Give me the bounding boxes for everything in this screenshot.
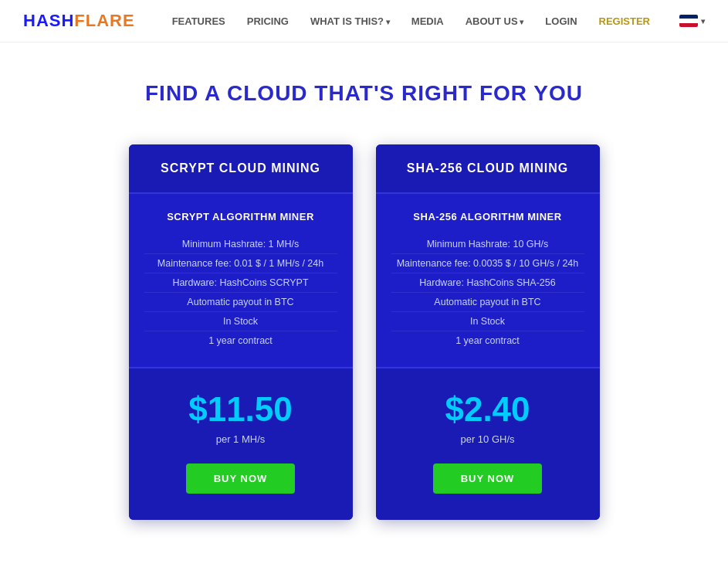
flag-arrow: ▾ <box>701 17 705 25</box>
scrypt-price-amount: $11.50 <box>144 390 337 429</box>
scrypt-buy-button[interactable]: BUY NOW <box>186 463 296 494</box>
sha256-algo-title: SHA-256 ALGORITHM MINER <box>391 211 584 222</box>
page-title: FIND A CLOUD THAT'S RIGHT FOR YOU <box>15 81 713 106</box>
nav-media[interactable]: MEDIA <box>411 15 444 27</box>
sha256-buy-button[interactable]: BUY NOW <box>433 463 543 494</box>
list-item: Automatic payout in BTC <box>144 293 337 312</box>
nav-pricing[interactable]: PRICING <box>247 15 289 27</box>
sha256-card-header: SHA-256 CLOUD MINING <box>376 144 600 194</box>
list-item: In Stock <box>391 312 584 331</box>
scrypt-card-features: SCRYPT ALGORITHM MINER Minimum Hashrate:… <box>129 194 353 368</box>
sha256-algo-bold: SHA-256 <box>413 211 457 222</box>
list-item: Hardware: HashCoins SCRYPT <box>144 273 337 293</box>
language-selector[interactable]: ▾ <box>679 15 705 27</box>
sha256-card-price: $2.40 per 10 GH/s BUY NOW <box>376 368 600 520</box>
scrypt-price-unit: per 1 MH/s <box>144 433 337 445</box>
list-item: Minimum Hashrate: 1 MH/s <box>144 235 337 254</box>
logo[interactable]: HASHFLARE <box>23 11 135 31</box>
pricing-cards: SCRYPT CLOUD MINING SCRYPT ALGORITHM MIN… <box>15 144 713 520</box>
scrypt-algo-title: SCRYPT ALGORITHM MINER <box>144 211 337 222</box>
nav-register[interactable]: REGISTER <box>599 15 650 27</box>
list-item: In Stock <box>144 312 337 331</box>
main-content: FIND A CLOUD THAT'S RIGHT FOR YOU SCRYPT… <box>0 42 728 566</box>
sha256-card-features: SHA-256 ALGORITHM MINER Minimum Hashrate… <box>376 194 600 368</box>
nav-what-is-this[interactable]: WHAT IS THIS? <box>310 15 390 27</box>
scrypt-algo-rest: ALGORITHM MINER <box>209 211 313 222</box>
list-item: Maintenance fee: 0.01 $ / 1 MH/s / 24h <box>144 254 337 273</box>
sha256-features-list: Minimum Hashrate: 10 GH/s Maintenance fe… <box>391 235 584 350</box>
scrypt-algo-bold: SCRYPT <box>167 211 209 222</box>
logo-flare: FLARE <box>74 11 134 30</box>
sha256-price-unit: per 10 GH/s <box>391 433 584 445</box>
list-item: Automatic payout in BTC <box>391 293 584 312</box>
scrypt-card: SCRYPT CLOUD MINING SCRYPT ALGORITHM MIN… <box>129 144 353 520</box>
list-item: Maintenance fee: 0.0035 $ / 10 GH/s / 24… <box>391 254 584 273</box>
sha256-price-amount: $2.40 <box>391 390 584 429</box>
list-item: Minimum Hashrate: 10 GH/s <box>391 235 584 254</box>
logo-hash: HASH <box>23 11 74 30</box>
nav-links: FEATURES PRICING WHAT IS THIS? MEDIA ABO… <box>172 15 705 27</box>
scrypt-card-header: SCRYPT CLOUD MINING <box>129 144 353 194</box>
list-item: 1 year contract <box>391 331 584 350</box>
list-item: Hardware: HashCoins SHA-256 <box>391 273 584 293</box>
navbar: HASHFLARE FEATURES PRICING WHAT IS THIS?… <box>0 0 728 42</box>
nav-login[interactable]: LOGIN <box>545 15 577 27</box>
sha256-card: SHA-256 CLOUD MINING SHA-256 ALGORITHM M… <box>376 144 600 520</box>
scrypt-card-price: $11.50 per 1 MH/s BUY NOW <box>129 368 353 520</box>
sha256-algo-rest: ALGORITHM MINER <box>457 211 561 222</box>
list-item: 1 year contract <box>144 331 337 350</box>
nav-about-us[interactable]: ABOUT US <box>466 15 524 27</box>
nav-features[interactable]: FEATURES <box>172 15 225 27</box>
scrypt-features-list: Minimum Hashrate: 1 MH/s Maintenance fee… <box>144 235 337 350</box>
flag-icon <box>679 15 698 27</box>
